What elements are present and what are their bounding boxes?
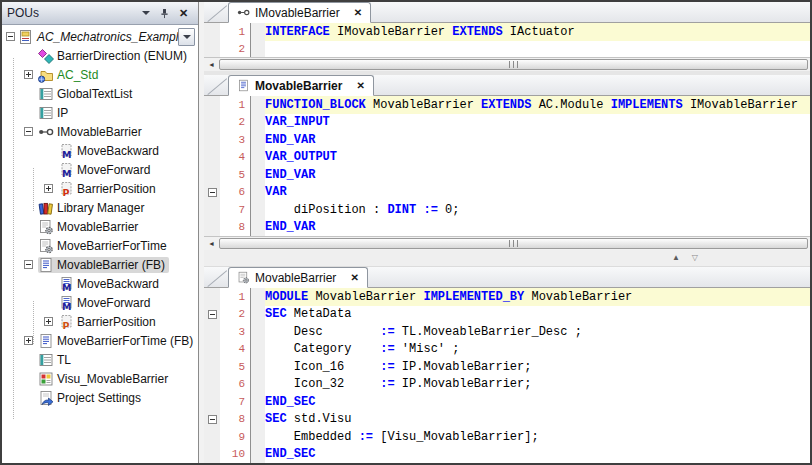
panel-title: POUs — [7, 6, 136, 20]
panel-dropdown-icon[interactable] — [136, 4, 155, 22]
tree-item-label: MoveForward — [74, 162, 154, 178]
tree-item[interactable]: MoveBarrierForTime — [2, 236, 198, 255]
code-line[interactable]: 4VAR_OUTPUT — [204, 149, 810, 167]
code-line[interactable]: 4 Category := 'Misc' ; — [204, 341, 810, 359]
textlist-icon — [38, 86, 54, 102]
line-number: 3 — [220, 323, 250, 341]
editor-tab[interactable]: IMovableBarrier✕ — [228, 2, 371, 23]
tree-item-label: MoveBackward — [74, 276, 163, 292]
pane-splitter-buttons: ▲▽ — [204, 250, 810, 267]
expand-toggle[interactable] — [44, 317, 53, 326]
tree-item[interactable]: MovableBarrier — [2, 217, 198, 236]
tab-close-icon[interactable]: ✕ — [356, 80, 364, 91]
splitter-collapse-down-icon[interactable]: ▽ — [692, 254, 698, 262]
code-line[interactable]: 2 — [204, 41, 810, 58]
close-icon[interactable]: ✕ — [174, 4, 193, 22]
code-line[interactable]: 1FUNCTION_BLOCK MovableBarrier EXTENDS A… — [204, 96, 810, 114]
code-line[interactable]: 8END_VAR — [204, 219, 810, 237]
expand-toggle[interactable] — [24, 70, 33, 79]
code-line[interactable]: 7END_SEC — [204, 393, 810, 411]
visu-icon — [38, 371, 54, 387]
tree-item[interactable]: Project Settings — [2, 388, 198, 407]
horizontal-scrollbar[interactable]: ◄ — [204, 57, 810, 71]
tree-item[interactable]: IP — [2, 103, 198, 122]
tree-item-label: Library Manager — [54, 200, 148, 216]
scrollbar-thumb[interactable] — [219, 59, 808, 70]
scroll-left-icon[interactable]: ◄ — [204, 237, 219, 250]
tree-item[interactable]: IMovableBarrier — [2, 122, 198, 141]
expand-toggle[interactable] — [24, 336, 33, 345]
tree-item[interactable]: MMoveForward — [2, 160, 198, 179]
enum-icon — [38, 48, 54, 64]
tree-item[interactable]: AC_Mechatronics_Example — [2, 27, 198, 46]
combo-dropdown-button[interactable] — [178, 28, 195, 46]
code-line[interactable]: 1MODULE MovableBarrier IMPLEMENTED_BY Mo… — [204, 288, 810, 306]
tab-corner-diagonal — [207, 78, 227, 95]
tree-item[interactable]: MovableBarrier (FB) — [2, 255, 198, 274]
collapse-toggle[interactable] — [208, 310, 217, 319]
splitter-collapse-up-icon[interactable]: ▲ — [672, 254, 680, 262]
tab-close-icon[interactable]: ✕ — [354, 7, 362, 18]
scrollbar-thumb[interactable] — [219, 238, 808, 249]
tree-item[interactable]: AC_Std — [2, 65, 198, 84]
code-line[interactable]: 1INTERFACE IMovableBarrier EXTENDS IActu… — [204, 23, 810, 41]
tab-label: IMovableBarrier — [255, 6, 340, 20]
collapse-toggle[interactable] — [208, 188, 217, 197]
tree-item[interactable]: MMoveForward — [2, 293, 198, 312]
tab-close-icon[interactable]: ✕ — [350, 272, 358, 283]
line-number: 4 — [220, 149, 250, 167]
pou-tree: AC_Mechatronics_ExampleBarrierDirection … — [2, 25, 198, 463]
itf-method-icon: M — [58, 162, 74, 178]
tree-item-label: Visu_MovableBarrier — [54, 371, 172, 387]
fold-margin[interactable] — [204, 306, 220, 324]
code-line[interactable]: 6VAR — [204, 184, 810, 202]
code-editor[interactable]: 1MODULE MovableBarrier IMPLEMENTED_BY Mo… — [204, 288, 810, 463]
fold-margin — [204, 376, 220, 394]
editor-tab[interactable]: MovableBarrier✕ — [228, 267, 368, 288]
code-line[interactable]: 5 Icon_16 := IP.MovableBarrier; — [204, 358, 810, 376]
code-line[interactable]: 5END_VAR — [204, 166, 810, 184]
tree-item[interactable]: Visu_MovableBarrier — [2, 369, 198, 388]
code-line[interactable]: 10END_SEC — [204, 446, 810, 464]
code-editor[interactable]: 1FUNCTION_BLOCK MovableBarrier EXTENDS A… — [204, 96, 810, 236]
collapse-toggle[interactable] — [208, 415, 217, 424]
code-line[interactable]: 6 Icon_32 := IP.MovableBarrier; — [204, 376, 810, 394]
tree-item[interactable]: GlobalTextList — [2, 84, 198, 103]
tree-item[interactable]: MMoveBackward — [2, 274, 198, 293]
collapse-toggle[interactable] — [6, 32, 15, 41]
fb-icon — [38, 257, 54, 273]
code-line[interactable]: 3 Desc := TL.MoveableBarrier_Desc ; — [204, 323, 810, 341]
code-line[interactable]: 2SEC MetaData — [204, 306, 810, 324]
code-line[interactable]: 8SEC std.Visu — [204, 411, 810, 429]
pou-panel-titlebar: POUs ✕ — [2, 2, 198, 25]
tree-item[interactable]: MMoveBackward — [2, 141, 198, 160]
tree-item-label: MoveBackward — [74, 143, 163, 159]
tree-item[interactable]: PBarrierPosition — [2, 179, 198, 198]
fold-margin — [204, 41, 220, 58]
tree-item-label: IP — [54, 105, 72, 121]
tree-item[interactable]: BarrierDirection (ENUM) — [2, 46, 198, 65]
tree-item[interactable]: TL — [2, 350, 198, 369]
collapse-toggle[interactable] — [24, 260, 33, 269]
code-line[interactable]: 9 Embedded := [Visu_MovableBarrier]; — [204, 428, 810, 446]
expand-toggle[interactable] — [44, 184, 53, 193]
tree-item[interactable]: MoveBarrierForTime (FB) — [2, 331, 198, 350]
fb-icon — [237, 79, 250, 92]
collapse-toggle[interactable] — [24, 127, 33, 136]
code-editor[interactable]: 1INTERFACE IMovableBarrier EXTENDS IActu… — [204, 23, 810, 57]
tree-item[interactable]: Library Manager — [2, 198, 198, 217]
tab-label: MovableBarrier — [255, 271, 336, 285]
scroll-left-icon[interactable]: ◄ — [204, 58, 219, 71]
fold-margin[interactable] — [204, 184, 220, 202]
interface-icon — [237, 6, 250, 19]
editor-tab[interactable]: MovableBarrier✕ — [228, 75, 374, 96]
pin-icon[interactable] — [155, 4, 174, 22]
code-line[interactable]: 3END_VAR — [204, 131, 810, 149]
tab-corner-diagonal — [207, 270, 227, 287]
code-line[interactable]: 2VAR_INPUT — [204, 114, 810, 132]
fold-margin[interactable] — [204, 411, 220, 429]
horizontal-scrollbar[interactable]: ◄ — [204, 236, 810, 250]
code-line[interactable]: 7 diPosition : DINT := 0; — [204, 201, 810, 219]
tree-item[interactable]: PBarrierPosition — [2, 312, 198, 331]
scrollbar-grip-icon — [509, 61, 519, 68]
